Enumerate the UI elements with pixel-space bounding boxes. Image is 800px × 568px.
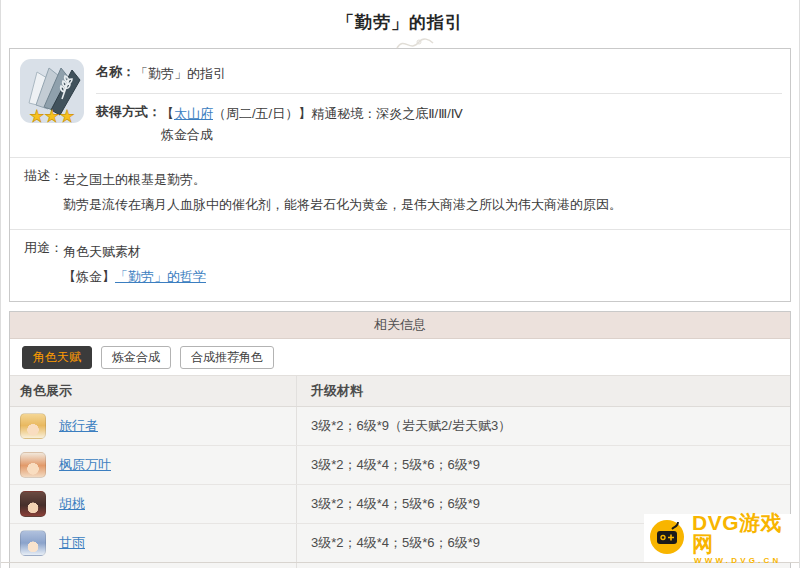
table-row: 旅行者 3级*2；6级*9（岩天赋2/岩天赋3） xyxy=(10,407,790,446)
table-header-row: 角色展示 升级材料 xyxy=(10,375,790,407)
alchemy-prefix: 【炼金】 xyxy=(63,269,115,284)
tab-alchemy-craft[interactable]: 炼金合成 xyxy=(101,346,171,369)
materials-cell: 3级*2；6级*9（岩天赋2/岩天赋3） xyxy=(297,407,790,445)
item-name-value: 「勤劳」的指引 xyxy=(135,63,226,84)
avatar-icon xyxy=(20,413,46,439)
character-link[interactable]: 旅行者 xyxy=(59,417,98,435)
page: 「勤劳」的指引 xyxy=(0,0,800,568)
avatar-icon xyxy=(20,530,46,556)
philosophies-link[interactable]: 「勤劳」的哲学 xyxy=(115,269,206,284)
usage-label: 用途： xyxy=(24,239,63,289)
tab-bar: 角色天赋 炼金合成 合成推荐角色 xyxy=(10,339,790,375)
page-bottom-divider xyxy=(1,562,799,563)
domain-link[interactable]: 太山府 xyxy=(174,106,213,121)
gamepad-icon xyxy=(648,517,686,559)
desc-line1: 岩之国土的根基是勤劳。 xyxy=(63,172,206,187)
table-row: 枫原万叶 3级*2；4级*4；5级*6；6级*9 xyxy=(10,446,790,485)
avatar-icon xyxy=(20,452,46,478)
obtain-label: 获得方式： xyxy=(96,103,161,121)
table-row: 云堇 3级*2；4级*4；5级*6；6级*9 xyxy=(10,563,790,568)
item-icon: ★★★ xyxy=(20,59,84,123)
usage-value: 角色天赋素材 xyxy=(63,244,141,259)
obtain-line2: 炼金合成 xyxy=(161,127,213,142)
column-header-character: 角色展示 xyxy=(10,376,297,406)
item-info-card: ★★★ 名称： 「勤劳」的指引 获得方式： 【太山府（周二/五/日）】精通秘境：… xyxy=(9,48,791,302)
avatar-icon xyxy=(20,491,46,517)
desc-line2: 勤劳是流传在璃月人血脉中的催化剂，能将岩石化为黄金，是伟大商港之所以为伟大商港的… xyxy=(63,197,622,212)
character-link[interactable]: 胡桃 xyxy=(59,495,85,513)
obtain-bracket: 【 xyxy=(161,106,174,121)
character-link[interactable]: 枫原万叶 xyxy=(59,456,111,474)
rarity-stars-icon: ★★★ xyxy=(29,107,75,123)
desc-label: 描述： xyxy=(24,167,63,217)
obtain-text: （周二/五/日）】精通秘境：深炎之底Ⅱ/Ⅲ/Ⅳ xyxy=(213,106,463,121)
item-name-label: 名称： xyxy=(96,63,135,81)
related-header: 相关信息 xyxy=(10,312,790,339)
column-header-materials: 升级材料 xyxy=(297,376,790,406)
site-logo: DVG游戏网 WWW.DVG.CN xyxy=(644,514,796,562)
character-link[interactable]: 甘雨 xyxy=(59,534,85,552)
page-title: 「勤劳」的指引 xyxy=(1,0,799,34)
tab-recommended-characters[interactable]: 合成推荐角色 xyxy=(180,346,274,369)
materials-cell: 3级*2；4级*4；5级*6；6级*9 xyxy=(297,446,790,484)
flourish-icon xyxy=(395,33,435,59)
tab-character-talent[interactable]: 角色天赋 xyxy=(22,346,92,369)
logo-title: DVG游戏网 xyxy=(692,512,796,554)
logo-url: WWW.DVG.CN xyxy=(692,557,796,565)
